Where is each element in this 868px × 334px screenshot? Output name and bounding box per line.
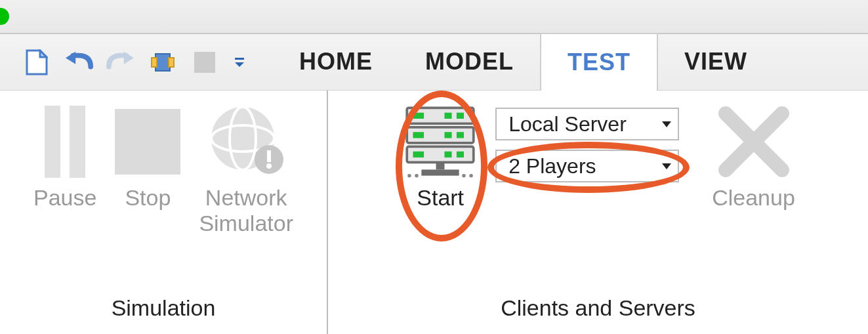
redo-icon[interactable] xyxy=(106,48,135,77)
group-title: Clients and Servers xyxy=(501,286,695,334)
tab-test[interactable]: TEST xyxy=(540,33,658,91)
server-mode-dropdown[interactable]: Local Server xyxy=(495,108,679,140)
svg-rect-6 xyxy=(169,58,174,67)
svg-rect-11 xyxy=(70,106,85,178)
customize-qat-icon[interactable] xyxy=(232,48,247,77)
button-label: Stop xyxy=(125,185,171,211)
stop-button[interactable]: Stop xyxy=(115,102,180,211)
svg-point-18 xyxy=(266,163,272,169)
svg-rect-17 xyxy=(267,150,271,162)
tab-label: TEST xyxy=(568,49,630,75)
svg-point-34 xyxy=(415,174,419,178)
x-icon xyxy=(714,102,793,181)
button-label: Start xyxy=(417,185,464,211)
group-clients-servers: Start Local Server 2 Players xyxy=(328,91,868,334)
tab-label: MODEL xyxy=(425,48,514,75)
svg-marker-2 xyxy=(66,51,75,64)
svg-rect-12 xyxy=(115,109,180,175)
svg-rect-22 xyxy=(413,113,424,119)
svg-marker-3 xyxy=(124,51,134,64)
svg-rect-29 xyxy=(445,152,452,157)
button-label: Cleanup xyxy=(712,185,795,211)
top-strip: HOME MODEL TEST VIEW xyxy=(0,34,868,91)
svg-rect-8 xyxy=(235,58,244,60)
svg-point-33 xyxy=(407,174,411,178)
svg-rect-28 xyxy=(413,152,424,157)
dropdown-value: 2 Players xyxy=(508,154,596,178)
svg-marker-9 xyxy=(235,62,244,67)
svg-marker-1 xyxy=(40,51,47,57)
group-title: Simulation xyxy=(112,286,216,334)
svg-rect-30 xyxy=(457,152,464,157)
pause-icon xyxy=(39,102,91,181)
undo-icon[interactable] xyxy=(64,48,93,77)
tab-label: HOME xyxy=(299,48,373,75)
network-icon xyxy=(207,102,285,181)
svg-point-35 xyxy=(462,174,466,178)
server-icon xyxy=(401,102,480,181)
quick-access-toolbar xyxy=(0,34,257,90)
svg-rect-31 xyxy=(436,162,445,169)
svg-rect-4 xyxy=(155,54,170,71)
svg-rect-24 xyxy=(457,113,464,119)
group-simulation: Pause Stop xyxy=(0,91,328,334)
svg-rect-25 xyxy=(413,132,424,138)
chevron-down-icon xyxy=(662,121,671,127)
titlebar xyxy=(0,0,868,34)
player-count-dropdown[interactable]: 2 Players xyxy=(495,150,679,182)
stop-icon xyxy=(115,102,180,181)
tab-home[interactable]: HOME xyxy=(273,33,399,90)
plugin-icon[interactable] xyxy=(148,48,177,77)
svg-rect-27 xyxy=(457,132,464,138)
network-simulator-button[interactable]: Network Simulator xyxy=(199,102,293,236)
svg-rect-32 xyxy=(422,169,459,175)
ribbon-body: Pause Stop xyxy=(0,91,868,334)
pause-button[interactable]: Pause xyxy=(33,102,96,211)
svg-rect-7 xyxy=(194,52,215,73)
button-label: Network Simulator xyxy=(199,185,293,236)
dropdown-value: Local Server xyxy=(508,112,627,136)
tab-view[interactable]: VIEW xyxy=(658,33,774,90)
new-file-icon[interactable] xyxy=(22,48,51,77)
svg-rect-26 xyxy=(445,132,452,138)
chevron-down-icon xyxy=(662,163,671,169)
server-dropdowns: Local Server 2 Players xyxy=(495,108,679,182)
svg-rect-5 xyxy=(152,58,157,67)
stop-square-icon[interactable] xyxy=(190,48,219,77)
tab-model[interactable]: MODEL xyxy=(399,33,540,90)
ribbon-tabs: HOME MODEL TEST VIEW xyxy=(273,34,774,90)
cleanup-button[interactable]: Cleanup xyxy=(712,102,795,211)
button-label: Pause xyxy=(33,185,96,211)
svg-rect-23 xyxy=(445,113,452,119)
maximize-dot-icon[interactable] xyxy=(0,8,9,25)
start-button[interactable]: Start xyxy=(401,102,480,211)
svg-rect-10 xyxy=(45,106,60,178)
svg-point-36 xyxy=(469,174,473,178)
tab-label: VIEW xyxy=(684,48,747,75)
